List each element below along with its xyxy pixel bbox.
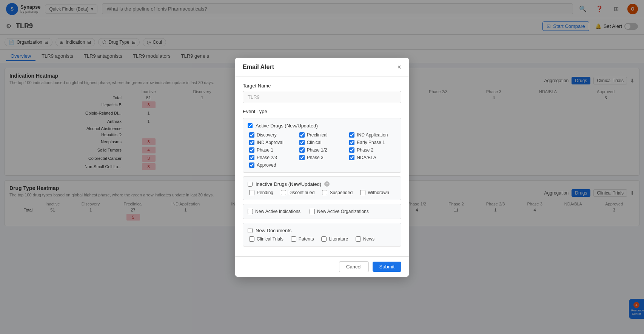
checkbox-phase2: Phase 2 (349, 147, 396, 153)
checkbox-pending: Pending (249, 190, 273, 195)
checkbox-patents: Patents (291, 236, 314, 242)
new-active-group: New Active Indications New Active Organi… (243, 204, 401, 219)
checkbox-phase1: Phase 1 (249, 147, 296, 153)
new-documents-header: New Documents (248, 228, 396, 233)
checkbox-discontinued: Discontinued (281, 190, 314, 195)
new-active-organizations-label[interactable]: New Active Organizations (317, 209, 369, 214)
modal-header: Email Alert × (235, 58, 409, 77)
target-name-input[interactable] (243, 91, 401, 103)
checkbox-approved: Approved (249, 162, 296, 168)
modal-title: Email Alert (243, 64, 274, 70)
checkbox-phase-2-3: Phase 2/3 (249, 155, 296, 160)
inactive-drugs-subitems: Pending Discontinued Suspended Withdrawn (248, 190, 396, 195)
new-documents-checkbox[interactable] (248, 228, 253, 233)
active-drugs-subitems: Discovery Preclinical IND Application IN… (248, 132, 396, 168)
checkbox-discovery: Discovery (249, 132, 296, 138)
checkbox-suspended: Suspended (322, 190, 353, 195)
checkbox-news: News (356, 236, 374, 242)
active-drugs-group: Active Drugs (New/Updated) Discovery Pre… (243, 118, 401, 173)
checkbox-ind-approval: IND Approval (249, 140, 296, 145)
checkbox-nda-bla: NDA/BLA (349, 155, 396, 160)
active-drugs-checkbox[interactable] (248, 123, 253, 128)
inactive-drugs-label[interactable]: Inactive Drugs (New/Updated) (256, 181, 321, 187)
modal-footer: Cancel Submit (235, 256, 409, 277)
checkbox-clinical: Clinical (299, 140, 347, 145)
checkbox-new-active-organizations: New Active Organizations (310, 209, 369, 214)
inactive-drugs-checkbox[interactable] (248, 182, 253, 187)
checkbox-clinical-trials: Clinical Trials (249, 236, 283, 242)
cancel-button[interactable]: Cancel (339, 261, 368, 272)
target-name-label: Target Name (243, 83, 401, 89)
active-drugs-label[interactable]: Active Drugs (New/Updated) (256, 123, 318, 129)
new-documents-subitems: Clinical Trials Patents Literature News (248, 236, 396, 242)
email-alert-modal: Email Alert × Target Name Event Type Act… (235, 58, 409, 277)
checkbox-literature: Literature (321, 236, 348, 242)
checkbox-early-phase1: Early Phase 1 (349, 140, 396, 145)
modal-body: Target Name Event Type Active Drugs (New… (235, 77, 409, 256)
new-documents-label[interactable]: New Documents (256, 228, 291, 233)
new-documents-group: New Documents Clinical Trials Patents Li… (243, 223, 401, 247)
checkbox-withdrawn: Withdrawn (360, 190, 389, 195)
new-active-indications-label[interactable]: New Active Indications (255, 209, 300, 214)
checkbox-phase3: Phase 3 (299, 155, 347, 160)
modal-overlay[interactable]: Email Alert × Target Name Event Type Act… (0, 0, 644, 334)
submit-button[interactable]: Submit (373, 262, 401, 272)
checkbox-new-active-indications: New Active Indications (248, 209, 300, 214)
modal-close-button[interactable]: × (397, 64, 401, 70)
checkbox-ind-application: IND Application (349, 132, 396, 138)
checkbox-preclinical: Preclinical (299, 132, 347, 138)
inactive-drugs-group: Inactive Drugs (New/Updated) ? Pending D… (243, 176, 401, 200)
checkbox-phase-1-2: Phase 1/2 (299, 147, 347, 153)
event-type-label: Event Type (243, 109, 401, 114)
active-drugs-header: Active Drugs (New/Updated) (248, 123, 396, 129)
info-icon[interactable]: ? (324, 181, 330, 187)
inactive-drugs-header: Inactive Drugs (New/Updated) ? (248, 181, 396, 187)
